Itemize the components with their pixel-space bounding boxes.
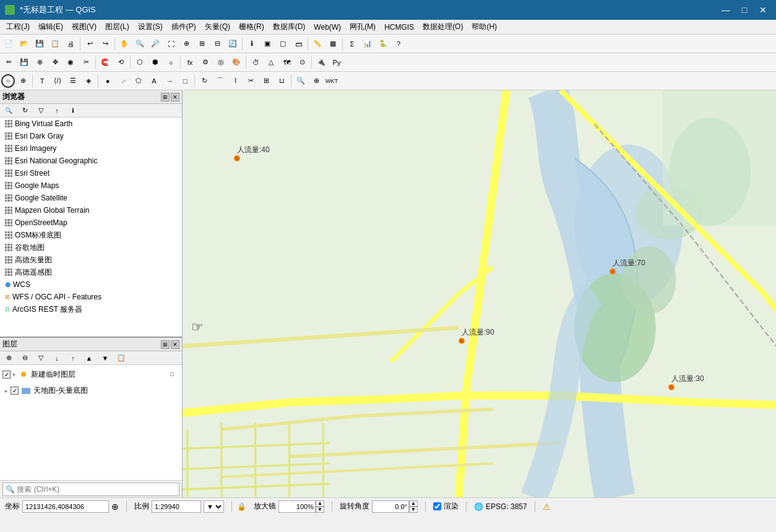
menu-database[interactable]: 数据库(D) <box>269 20 309 33</box>
zoom-layer-btn[interactable]: ⊕ <box>179 36 194 51</box>
map-area[interactable]: 人流量:40 人流量:70 人流量:90 人流量:30 ☞ <box>183 90 776 497</box>
browser-item-2[interactable]: Esri Imagery <box>0 142 182 155</box>
search-input[interactable] <box>2 483 179 496</box>
scale-input[interactable] <box>152 500 201 513</box>
open-project-btn[interactable]: 📂 <box>17 36 32 51</box>
collapse-all-btn[interactable]: ↑ <box>66 351 80 366</box>
new-project-btn[interactable]: 📄 <box>1 36 16 51</box>
rotation-up[interactable]: ▲ <box>409 500 418 507</box>
overview-btn[interactable]: ⊙ <box>295 55 309 70</box>
browser-item-7[interactable]: Mapzen Global Terrain <box>0 204 182 217</box>
magnifier-down[interactable]: ▼ <box>316 507 324 513</box>
add-arrow-btn[interactable]: → <box>162 74 177 88</box>
remove-layer-btn[interactable]: ⊖ <box>17 351 32 366</box>
add-box-btn[interactable]: □ <box>178 74 192 88</box>
add-line-btn[interactable]: ⟋ <box>116 74 131 88</box>
browser-filter-btn[interactable]: ▽ <box>33 103 48 118</box>
chart-btn[interactable]: 📊 <box>360 36 375 51</box>
redo-btn[interactable]: ↪ <box>98 36 113 51</box>
split-parts-btn[interactable]: ⊞ <box>259 74 274 88</box>
rotate-point-btn[interactable]: ↻ <box>197 74 212 88</box>
menu-raster[interactable]: 栅格(R) <box>235 20 268 33</box>
close-button[interactable]: ✕ <box>755 4 771 16</box>
browser-item-12[interactable]: 高德遥感图 <box>0 266 182 278</box>
expand-all-btn[interactable]: ↓ <box>50 351 64 366</box>
zoom-extent-btn[interactable]: ⛶ <box>163 36 178 51</box>
menu-processing[interactable]: 数据处理(O) <box>419 20 467 33</box>
rotation-input[interactable] <box>372 500 409 513</box>
browser-search-btn[interactable]: 🔍 <box>1 103 16 118</box>
browser-item-13[interactable]: ⊕WCS <box>0 278 182 291</box>
style-manager-btn[interactable]: 🎨 <box>229 55 244 70</box>
help-btn[interactable]: ? <box>391 36 406 51</box>
temporal-btn[interactable]: ⏱ <box>248 55 263 70</box>
menu-vector[interactable]: 矢量(Q) <box>201 20 234 33</box>
advanced-digitize-btn[interactable]: ⬢ <box>148 55 163 70</box>
browser-collapse-btn[interactable]: ↑ <box>50 103 64 118</box>
zoom-in-btn[interactable]: 🔍 <box>132 36 147 51</box>
menu-edit[interactable]: 编辑(E) <box>35 20 67 33</box>
wkt-btn[interactable]: WKT <box>324 74 339 88</box>
measure-area-btn[interactable]: ▦ <box>325 36 340 51</box>
location-btn[interactable]: ⊕ <box>15 74 30 88</box>
reshape-btn[interactable]: ⟐ <box>163 55 178 70</box>
menu-settings[interactable]: 设置(S) <box>134 20 166 33</box>
layer-down-btn[interactable]: ▼ <box>98 351 113 366</box>
maximize-button[interactable]: □ <box>736 4 752 16</box>
layers-float-btn[interactable]: ⊞ <box>161 340 170 349</box>
html-annotation-btn[interactable]: ⟨/⟩ <box>50 74 65 88</box>
save-project-btn[interactable]: 💾 <box>32 36 47 51</box>
layer-temp[interactable]: ✓ ▸ 新建临时图层 □ <box>0 365 182 384</box>
add-layer-btn[interactable]: ⊕ <box>1 351 16 366</box>
browser-item-15[interactable]: ⊡ArcGIS REST 服务器 <box>0 303 182 315</box>
browser-item-3[interactable]: Esri National Geographic <box>0 155 182 167</box>
magnifier-spinner[interactable]: ▲ ▼ <box>278 500 324 513</box>
magnifier-arrows[interactable]: ▲ ▼ <box>316 500 324 513</box>
rotation-spinner[interactable]: ▲ ▼ <box>372 500 418 513</box>
add-feature-btn[interactable]: ⊕ <box>32 55 47 70</box>
coords-input[interactable] <box>22 500 109 513</box>
minimize-button[interactable]: — <box>718 4 734 16</box>
simplify-btn[interactable]: ⌇ <box>228 74 243 88</box>
svg-annotation-btn[interactable]: ◈ <box>81 74 96 88</box>
python-btn[interactable]: 🐍 <box>376 36 390 51</box>
elevation-btn[interactable]: △ <box>264 55 278 70</box>
browser-item-1[interactable]: Esri Dark Gray <box>0 130 182 142</box>
menu-layer[interactable]: 图层(L) <box>101 20 133 33</box>
menu-web[interactable]: Web(W) <box>310 22 345 33</box>
plugins2-btn[interactable]: 🔌 <box>314 55 329 70</box>
processing-btn[interactable]: ⚙ <box>198 55 213 70</box>
offset-curve-btn[interactable]: ⌒ <box>212 74 227 88</box>
title-controls[interactable]: — □ ✕ <box>718 4 771 16</box>
layers-properties-btn[interactable]: 📋 <box>114 351 129 366</box>
layer-tianditu-checkbox[interactable]: ✓ <box>11 387 19 395</box>
deselect-btn[interactable]: ▢ <box>275 36 290 51</box>
digitize-btn[interactable]: ⬡ <box>132 55 147 70</box>
python2-btn[interactable]: Py <box>329 55 344 70</box>
field-calc-btn[interactable]: fx <box>183 55 197 70</box>
pan-btn[interactable]: ✋ <box>117 36 132 51</box>
browser-item-5[interactable]: Google Maps <box>0 179 182 192</box>
map3d-btn[interactable]: 🗺 <box>279 55 294 70</box>
measure-btn[interactable]: 📏 <box>310 36 325 51</box>
magnifier-input[interactable] <box>278 500 316 513</box>
zoom-out-btn[interactable]: 🔎 <box>148 36 163 51</box>
browser-item-11[interactable]: 高德矢量图 <box>0 254 182 266</box>
browser-panel-controls[interactable]: ⊞ ✕ <box>161 93 179 101</box>
magnifier-up[interactable]: ▲ <box>316 500 324 507</box>
filter-layer-btn[interactable]: ▽ <box>33 351 48 366</box>
menu-hcmgis[interactable]: HCMGIS <box>381 22 418 33</box>
layer-tianditu[interactable]: ▸ ✓ 天地图-矢量底图 <box>0 384 182 398</box>
merge-btn[interactable]: ⊔ <box>274 74 289 88</box>
layers-close-btn[interactable]: ✕ <box>171 340 179 349</box>
zoom-native-btn[interactable]: ⊟ <box>210 36 225 51</box>
print-btn[interactable]: 🖨 <box>63 36 78 51</box>
locator-btn[interactable]: ◎ <box>213 55 228 70</box>
browser-info-btn[interactable]: ℹ <box>66 103 80 118</box>
menu-project[interactable]: 工程(J) <box>2 20 33 33</box>
move-feature-btn[interactable]: ✥ <box>48 55 63 70</box>
edit-save-btn[interactable]: 💾 <box>17 55 32 70</box>
menu-plugins[interactable]: 插件(P) <box>168 20 200 33</box>
save-as-btn[interactable]: 📋 <box>48 36 63 51</box>
add-text-btn[interactable]: A <box>147 74 162 88</box>
